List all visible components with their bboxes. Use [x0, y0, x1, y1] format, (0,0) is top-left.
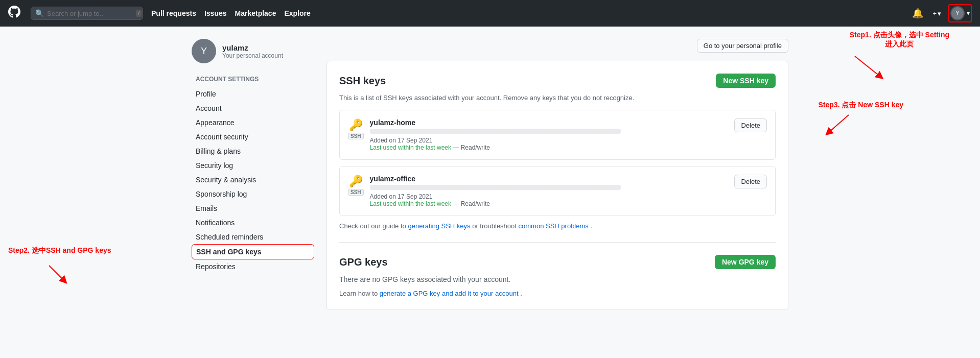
key-access-1: Read/write [461, 200, 490, 207]
create-new-button[interactable]: + ▾ [929, 8, 944, 19]
sidebar-item-sponsorship-log[interactable]: Sponsorship log [192, 187, 314, 201]
key-name-0: yulamz-home [370, 118, 729, 127]
key-separator-0: — [453, 144, 460, 151]
nav-marketplace[interactable]: Marketplace [235, 9, 276, 17]
main-layout: Y yulamz Your personal account Account s… [183, 27, 797, 322]
top-navigation: 🔍 / Pull requests Issues Marketplace Exp… [0, 0, 980, 27]
learn-prefix: Learn how to [339, 290, 378, 297]
main-content: Go to your personal profile SSH keys New… [326, 39, 788, 310]
ssh-description: This is a list of SSH keys associated wi… [339, 94, 776, 102]
sidebar-item-scheduled-reminders[interactable]: Scheduled reminders [192, 230, 314, 244]
gpg-keys-header: GPG keys New GPG key [339, 255, 776, 269]
sidebar-item-appearance[interactable]: Appearance [192, 115, 314, 130]
generating-ssh-keys-link[interactable]: generating SSH keys [408, 222, 470, 230]
user-header: Y yulamz Your personal account [192, 39, 314, 63]
github-logo-icon [8, 6, 20, 21]
key-fingerprint-0 [370, 129, 621, 134]
generate-gpg-key-link[interactable]: generate a GPG key and add it to your ac… [380, 290, 519, 297]
gpg-learn-text: Learn how to generate a GPG key and add … [339, 290, 776, 297]
delete-key-0-button[interactable]: Delete [734, 118, 767, 132]
sidebar-item-profile[interactable]: Profile [192, 87, 314, 101]
step3-annotation: Step3. 点击 New SSH key [818, 101, 903, 137]
sidebar-item-account-security[interactable]: Account security [192, 130, 314, 144]
avatar-wrapper[interactable]: Y ▾ [950, 6, 970, 20]
key-separator-1: — [453, 200, 460, 207]
topnav-right: 🔔 + ▾ Y ▾ [910, 4, 972, 22]
delete-key-1-button[interactable]: Delete [734, 175, 767, 188]
guide-end: . [590, 222, 592, 230]
notifications-bell-button[interactable]: 🔔 [910, 6, 925, 21]
key-info-0: yulamz-home Added on 17 Sep 2021 Last us… [370, 118, 729, 151]
nav-pull-requests[interactable]: Pull requests [151, 9, 196, 17]
search-box[interactable]: 🔍 / [31, 7, 143, 20]
sidebar: Y yulamz Your personal account Account s… [192, 39, 314, 310]
ssh-keys-title: SSH keys [339, 75, 386, 87]
ssh-key-card-0: 🔑 SSH yulamz-home Added on 17 Sep 2021 L… [339, 110, 776, 160]
username-label: yulamz [222, 43, 283, 52]
nav-explore[interactable]: Explore [284, 9, 310, 17]
svg-line-0 [855, 56, 880, 77]
avatar-chevron-icon: ▾ [967, 10, 970, 17]
key-last-used-0: Last used within the last week [370, 144, 451, 151]
sidebar-item-account[interactable]: Account [192, 101, 314, 115]
guide-prefix: Check out our guide to [339, 222, 406, 230]
ssh-label-1: SSH [348, 189, 364, 196]
step1-annotation: Step1. 点击头像，选中 Setting 进入此页 [850, 31, 949, 82]
slash-shortcut: / [136, 10, 142, 17]
sidebar-item-security-analysis[interactable]: Security & analysis [192, 173, 314, 187]
ssh-label-0: SSH [348, 133, 364, 139]
learn-end: . [520, 290, 522, 297]
user-avatar[interactable]: Y [950, 6, 965, 20]
gpg-empty-text: There are no GPG keys associated with yo… [339, 275, 776, 283]
new-gpg-key-button[interactable]: New GPG key [715, 255, 776, 269]
key-icon-box-1: 🔑 SSH [348, 175, 364, 196]
search-icon: 🔍 [35, 9, 44, 17]
svg-line-2 [828, 115, 849, 133]
search-input[interactable] [47, 10, 133, 17]
new-ssh-key-button[interactable]: New SSH key [716, 74, 776, 88]
guide-or: or troubleshoot [472, 222, 517, 230]
account-subtitle: Your personal account [222, 52, 283, 59]
key-icon-1: 🔑 [349, 175, 363, 188]
key-icon-box-0: 🔑 SSH [348, 118, 364, 139]
key-fingerprint-1 [370, 185, 621, 190]
step2-annotation: Step2. 选中SSH and GPG keys [8, 246, 111, 288]
key-meta-0: Added on 17 Sep 2021 Last used within th… [370, 137, 729, 151]
sidebar-item-notifications[interactable]: Notifications [192, 216, 314, 230]
key-added-1: Added on 17 Sep 2021 [370, 193, 433, 200]
user-avatar-menu-highlight: Y ▾ [948, 4, 972, 22]
key-last-used-1: Last used within the last week [370, 200, 451, 207]
key-icon-0: 🔑 [349, 118, 363, 132]
key-name-1: yulamz-office [370, 175, 729, 183]
key-meta-1: Added on 17 Sep 2021 Last used within th… [370, 193, 729, 207]
ssh-keys-header: SSH keys New SSH key [339, 74, 776, 88]
common-ssh-problems-link[interactable]: common SSH problems [519, 222, 589, 230]
settings-content: SSH keys New SSH key This is a list of S… [326, 61, 788, 310]
svg-line-1 [49, 266, 64, 281]
ssh-guide-text: Check out our guide to generating SSH ke… [339, 222, 776, 230]
sidebar-section-title: Account settings [192, 71, 314, 85]
gpg-keys-title: GPG keys [339, 256, 388, 268]
sidebar-item-repositories[interactable]: Repositories [192, 259, 314, 274]
ssh-key-card-1: 🔑 SSH yulamz-office Added on 17 Sep 2021… [339, 166, 776, 216]
nav-issues[interactable]: Issues [204, 9, 227, 17]
plus-icon: + [932, 10, 937, 17]
key-access-0: Read/write [461, 144, 490, 151]
sidebar-item-ssh-gpg-keys[interactable]: SSH and GPG keys [192, 244, 314, 259]
sidebar-item-security-log[interactable]: Security log [192, 158, 314, 173]
go-to-profile-button[interactable]: Go to your personal profile [697, 39, 788, 53]
profile-link-area: Go to your personal profile [326, 39, 788, 53]
sidebar-item-emails[interactable]: Emails [192, 201, 314, 216]
user-profile-avatar: Y [192, 39, 216, 63]
chevron-down-icon: ▾ [938, 10, 941, 17]
key-added-0: Added on 17 Sep 2021 [370, 137, 433, 144]
key-info-1: yulamz-office Added on 17 Sep 2021 Last … [370, 175, 729, 207]
nav-links: Pull requests Issues Marketplace Explore [151, 9, 311, 17]
section-divider [339, 242, 776, 243]
sidebar-item-billing[interactable]: Billing & plans [192, 144, 314, 158]
user-info: yulamz Your personal account [222, 43, 283, 59]
